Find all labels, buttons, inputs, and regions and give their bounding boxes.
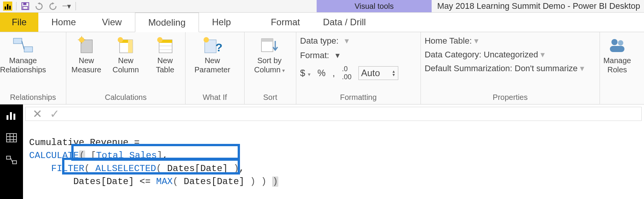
tab-modeling[interactable]: Modeling <box>135 13 199 32</box>
default-summarization-label: Default Summarization: <box>425 64 513 73</box>
nav-model-view[interactable] <box>5 154 18 166</box>
fn-max: MAX <box>156 176 172 187</box>
decimal-places-stepper[interactable]: Auto ▲▼ <box>358 66 398 80</box>
new-table-icon <box>154 36 176 54</box>
new-column-button[interactable]: New Column <box>110 36 142 74</box>
qat-customize-dropdown[interactable]: ▾ <box>62 1 72 11</box>
format-dropdown[interactable]: ▾ <box>335 51 340 60</box>
save-button[interactable] <box>20 1 30 11</box>
new-measure-icon <box>76 36 97 54</box>
new-parameter-icon: ? <box>202 36 223 54</box>
svg-point-26 <box>611 39 618 45</box>
qat-separator <box>16 2 16 10</box>
undo-button[interactable] <box>34 1 44 11</box>
redo-button[interactable] <box>48 1 58 11</box>
tab-data-drill[interactable]: Data / Drill <box>311 13 377 32</box>
home-table-dropdown[interactable]: ▾ <box>474 36 478 46</box>
nav-report-view[interactable] <box>5 110 18 121</box>
svg-point-7 <box>79 37 84 42</box>
svg-rect-32 <box>7 134 16 142</box>
svg-rect-30 <box>10 112 12 120</box>
new-measure-button[interactable]: New Measure <box>70 36 103 74</box>
formula-bar[interactable]: Cumulative Revenue = CALCULATE( [Total S… <box>23 121 644 199</box>
thousands-button[interactable]: , <box>332 68 335 78</box>
default-summarization-value[interactable]: Don't summarize ▾ <box>515 64 584 73</box>
data-category-value[interactable]: Uncategorized ▾ <box>484 50 545 59</box>
percent-button[interactable]: % <box>317 68 325 78</box>
svg-point-15 <box>118 37 123 42</box>
svg-rect-1 <box>23 3 26 5</box>
new-parameter-button[interactable]: ? New Parameter <box>189 36 235 74</box>
group-label-calculations: Calculations <box>70 93 181 103</box>
app-logo <box>3 2 12 11</box>
annotation-box <box>62 158 240 175</box>
group-label-sort: Sort <box>248 93 292 103</box>
svg-rect-29 <box>7 115 8 120</box>
format-label: Format: <box>300 51 329 60</box>
svg-line-5 <box>22 41 24 49</box>
home-table-label: Home Table: <box>425 36 472 46</box>
svg-rect-38 <box>13 161 16 164</box>
group-label-properties: Properties <box>425 93 596 103</box>
formula-commit-button[interactable]: ✓ <box>50 107 59 121</box>
manage-roles-button[interactable]: Manage Roles <box>604 36 631 74</box>
svg-line-39 <box>10 158 13 162</box>
group-label-whatif: What If <box>189 93 240 103</box>
tab-help[interactable]: Help <box>199 13 244 32</box>
new-table-button[interactable]: New Table <box>149 36 181 74</box>
data-type-label: Data type: <box>300 36 338 46</box>
tab-view[interactable]: View <box>89 13 135 32</box>
window-title: May 2018 Learning Summit Demo - Power BI… <box>432 0 644 12</box>
nav-data-view[interactable] <box>5 132 18 144</box>
svg-rect-2 <box>23 7 28 9</box>
svg-point-23 <box>204 37 209 42</box>
tab-home[interactable]: Home <box>38 13 89 32</box>
svg-rect-37 <box>7 156 10 159</box>
svg-rect-4 <box>24 47 33 52</box>
svg-rect-3 <box>13 38 22 44</box>
manage-relationships-button[interactable]: Manage Relationships <box>4 36 42 74</box>
formula-cancel-button[interactable]: ✕ <box>33 107 42 121</box>
data-type-dropdown[interactable]: ▾ <box>345 36 349 46</box>
svg-point-20 <box>157 37 163 42</box>
qat-separator <box>76 2 76 10</box>
svg-rect-14 <box>128 40 133 53</box>
roles-icon <box>606 36 628 54</box>
currency-dropdown[interactable]: $ ▾ <box>300 68 310 78</box>
svg-rect-25 <box>261 39 273 42</box>
tab-file[interactable]: File <box>0 13 38 32</box>
relationships-icon <box>12 36 34 54</box>
svg-point-27 <box>618 40 623 46</box>
sort-by-column-button[interactable]: Sort by Column <box>248 36 291 75</box>
new-column-icon <box>115 36 136 54</box>
tab-format[interactable]: Format <box>259 13 311 32</box>
group-label-relationships: Relationships <box>4 93 62 103</box>
svg-rect-31 <box>13 114 15 120</box>
svg-rect-28 <box>610 46 624 52</box>
contextual-tab-header: Visual tools <box>317 0 432 12</box>
data-category-label: Data Category: <box>425 50 481 59</box>
decimal-icon[interactable]: .0.00 <box>342 65 352 81</box>
svg-text:?: ? <box>215 41 222 54</box>
group-label-formatting: Formatting <box>300 93 417 103</box>
sort-icon <box>259 36 280 54</box>
